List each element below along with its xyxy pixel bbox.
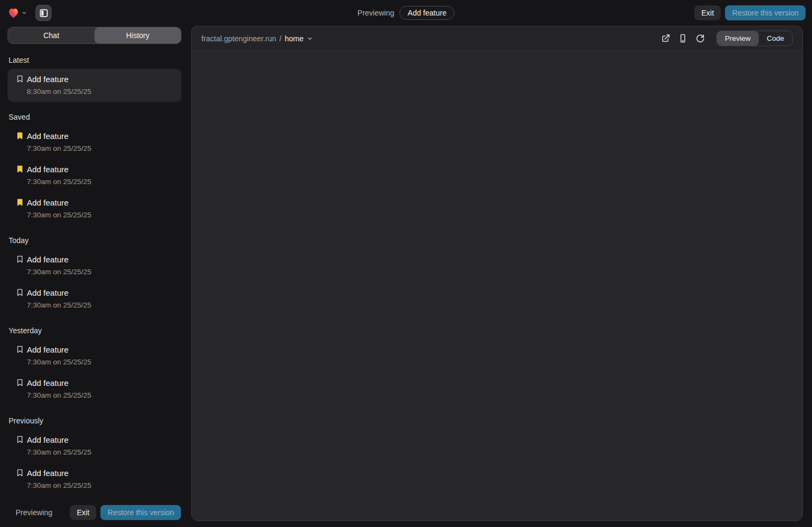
item-time: 7:30am on 25/25/25 [27, 356, 91, 368]
history-item-text: Add feature 7:30am on 25/25/25 [27, 253, 91, 278]
item-time: 7:30am on 25/25/25 [27, 389, 91, 401]
history-item-text: Add feature 8:30am on 25/25/25 [27, 73, 91, 98]
restore-version-button[interactable]: Restore this version [725, 5, 806, 20]
item-time: 7:30am on 25/25/25 [27, 142, 91, 155]
url-page: home [285, 34, 303, 43]
item-time: 7:30am on 25/25/25 [27, 266, 91, 278]
history-item[interactable]: Add feature 7:30am on 25/25/25 [8, 372, 182, 406]
item-time: 7:30am on 25/25/25 [27, 299, 91, 311]
tab-history[interactable]: History [95, 27, 181, 43]
exit-button[interactable]: Exit [70, 505, 96, 520]
bookmark-icon[interactable] [16, 378, 24, 387]
item-title: Add feature [27, 377, 91, 389]
item-title: Add feature [27, 73, 91, 85]
history-item-text: Add feature 7:30am on 25/25/25 [27, 130, 91, 155]
history-item[interactable]: Add feature 8:30am on 25/25/25 [8, 69, 182, 102]
history-item[interactable]: Add feature 7:30am on 25/25/25 [8, 159, 182, 192]
panel-left-icon [39, 9, 48, 18]
history-item-text: Add feature 7:30am on 25/25/25 [27, 163, 91, 188]
history-section: Yesterday Add feature 7:30am on 25/25/25… [8, 326, 182, 406]
section-title: Previously [9, 416, 182, 425]
sidebar-toggle-button[interactable] [35, 5, 52, 21]
preview-toolbar: fractal.gptengineer.run / home [192, 26, 802, 51]
history-item[interactable]: Add feature 7:30am on 25/25/25 [8, 126, 182, 159]
url-separator: / [279, 34, 281, 43]
refresh-icon [695, 34, 705, 43]
history-list: Latest Add feature 8:30am on 25/25/25 Sa… [8, 44, 182, 500]
restore-version-button[interactable]: Restore this version [100, 505, 181, 520]
bookmark-icon[interactable] [16, 131, 24, 140]
tab-chat[interactable]: Chat [8, 27, 95, 43]
history-item[interactable]: Add feature 7:30am on 25/25/25 [8, 192, 182, 225]
history-item[interactable]: Add feature 7:30am on 25/25/25 [8, 282, 182, 316]
history-item-text: Add feature 7:30am on 25/25/25 [27, 343, 91, 368]
version-badge: Add feature [400, 6, 454, 20]
preview-iframe[interactable] [192, 51, 802, 521]
history-item-text: Add feature 7:30am on 25/25/25 [27, 434, 91, 458]
previewing-label: Previewing [16, 508, 52, 517]
item-time: 7:30am on 25/25/25 [27, 446, 91, 458]
external-link-icon [661, 34, 670, 43]
item-time: 7:30am on 25/25/25 [27, 209, 91, 221]
sidebar-tab-bar: Chat History [8, 27, 182, 44]
bookmark-icon[interactable] [16, 165, 24, 173]
history-section: Latest Add feature 8:30am on 25/25/25 [8, 56, 182, 102]
view-mode-toggle: Preview Code [716, 31, 793, 47]
refresh-button[interactable] [693, 31, 708, 46]
section-items: Add feature 7:30am on 25/25/25 Add featu… [8, 429, 182, 496]
bookmark-icon[interactable] [16, 75, 24, 83]
top-header: Previewing Add feature Exit Restore this… [0, 0, 812, 26]
bookmark-icon[interactable] [16, 255, 24, 264]
history-sidebar: Chat History Latest Add feature 8:30am o… [0, 26, 191, 527]
history-item-text: Add feature 7:30am on 25/25/25 [27, 196, 91, 221]
chevron-down-icon [21, 10, 27, 16]
mobile-view-button[interactable] [676, 31, 691, 46]
item-title: Add feature [27, 434, 91, 446]
exit-button[interactable]: Exit [694, 5, 721, 20]
bookmark-icon[interactable] [16, 469, 24, 477]
item-title: Add feature [27, 196, 91, 209]
history-item[interactable]: Add feature 7:30am on 25/25/25 [8, 339, 182, 372]
bookmark-icon[interactable] [16, 345, 24, 354]
history-item[interactable]: Add feature 7:30am on 25/25/25 [8, 249, 182, 282]
url-page-selector[interactable]: fractal.gptengineer.run / home [201, 34, 313, 43]
lovable-logo-menu[interactable] [6, 6, 28, 19]
preview-panel: fractal.gptengineer.run / home [191, 26, 803, 521]
tab-preview[interactable]: Preview [717, 31, 759, 46]
history-item-text: Add feature 7:30am on 25/25/25 [27, 287, 91, 311]
history-section: Previously Add feature 7:30am on 25/25/2… [8, 416, 182, 496]
previewing-label: Previewing [358, 9, 394, 17]
section-items: Add feature 7:30am on 25/25/25 Add featu… [8, 249, 182, 316]
open-external-button[interactable] [658, 31, 673, 46]
section-title: Saved [9, 113, 182, 121]
item-title: Add feature [27, 163, 91, 175]
history-item-text: Add feature 7:30am on 25/25/25 [27, 377, 91, 401]
section-items: Add feature 7:30am on 25/25/25 Add featu… [8, 126, 182, 225]
section-title: Today [9, 236, 182, 245]
tab-code[interactable]: Code [759, 31, 792, 46]
bookmark-icon[interactable] [16, 435, 24, 444]
bookmark-icon[interactable] [16, 288, 24, 297]
chevron-down-icon [307, 35, 313, 42]
sidebar-footer: Previewing Exit Restore this version [8, 500, 182, 527]
item-time: 7:30am on 25/25/25 [27, 479, 91, 492]
section-items: Add feature 8:30am on 25/25/25 [8, 69, 182, 102]
item-title: Add feature [27, 343, 91, 356]
url-host: fractal.gptengineer.run [201, 34, 276, 43]
bookmark-icon[interactable] [16, 198, 24, 207]
history-item[interactable]: Add feature 7:30am on 25/25/25 [8, 429, 182, 463]
section-title: Yesterday [9, 326, 182, 335]
history-item-text: Add feature 7:30am on 25/25/25 [27, 467, 91, 492]
mobile-icon [678, 34, 687, 43]
item-time: 7:30am on 25/25/25 [27, 175, 91, 188]
item-title: Add feature [27, 130, 91, 142]
history-item[interactable]: Add feature 7:30am on 25/25/25 [8, 463, 182, 496]
item-time: 8:30am on 25/25/25 [27, 85, 91, 98]
item-title: Add feature [27, 467, 91, 479]
heart-logo-icon [8, 8, 19, 18]
item-title: Add feature [27, 287, 91, 299]
item-title: Add feature [27, 253, 91, 266]
section-title: Latest [9, 56, 182, 64]
history-section: Saved Add feature 7:30am on 25/25/25 Add… [8, 113, 182, 225]
section-items: Add feature 7:30am on 25/25/25 Add featu… [8, 339, 182, 406]
